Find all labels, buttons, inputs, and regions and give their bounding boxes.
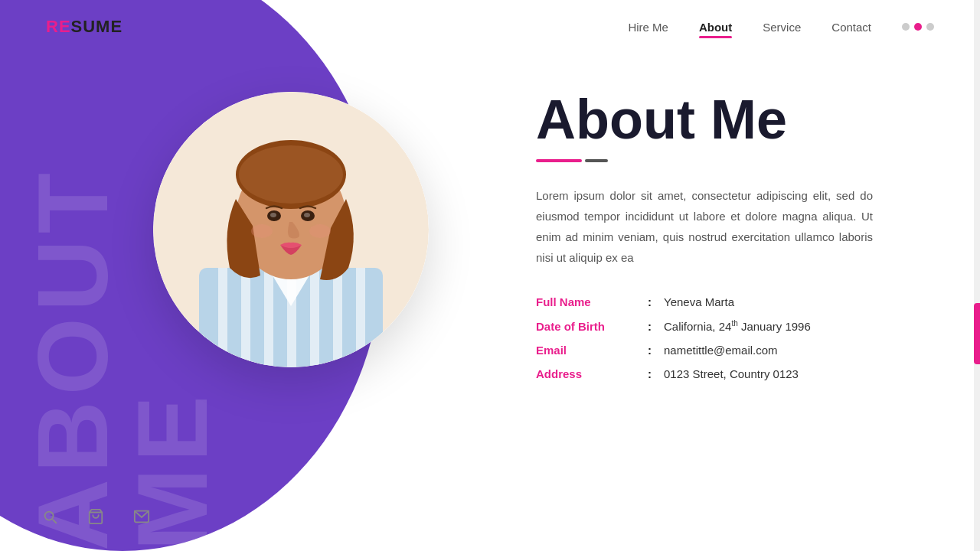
address-colon: :	[635, 367, 664, 380]
full-name-colon: :	[635, 295, 664, 308]
info-table: Full Name : Yeneva Marta Date of Birth :…	[536, 295, 957, 380]
svg-point-19	[309, 224, 331, 238]
scrollbar-thumb[interactable]	[974, 303, 980, 364]
header: RESUME Hire Me About Service Contact	[0, 0, 980, 54]
profile-circle	[153, 92, 429, 367]
address-label: Address	[536, 367, 635, 380]
svg-rect-4	[241, 268, 250, 367]
envelope-icon[interactable]	[130, 505, 153, 528]
about-description: Lorem ipsum dolor sit amet, consectetur …	[536, 185, 873, 268]
about-title: About Me	[536, 92, 957, 147]
scrollbar[interactable]	[974, 0, 980, 551]
nav-about[interactable]: About	[699, 21, 732, 34]
address-value: 0123 Street, Country 0123	[664, 367, 957, 380]
nav-contact[interactable]: Contact	[831, 21, 871, 34]
nav-hire-me[interactable]: Hire Me	[628, 21, 668, 34]
svg-rect-8	[333, 268, 342, 367]
dot-1	[902, 23, 910, 31]
nav-service[interactable]: Service	[763, 21, 801, 34]
email-label: Email	[536, 344, 635, 357]
full-name-value: Yeneva Marta	[664, 295, 957, 308]
svg-rect-5	[264, 268, 273, 367]
svg-rect-7	[310, 268, 319, 367]
dot-3	[926, 23, 934, 31]
email-value: nametittle@email.com	[664, 344, 957, 357]
full-name-label: Full Name	[536, 295, 635, 308]
nav-dots	[902, 23, 934, 31]
logo-sume: SUME	[71, 17, 123, 36]
logo-re: RE	[46, 17, 71, 36]
svg-point-18	[251, 224, 273, 238]
underline-pink	[536, 159, 582, 162]
dob-label: Date of Birth	[536, 320, 635, 333]
search-icon[interactable]	[38, 505, 61, 528]
svg-point-13	[239, 145, 343, 204]
main-content: About Me Lorem ipsum dolor sit amet, con…	[536, 92, 957, 380]
dob-colon: :	[635, 320, 664, 333]
dot-2	[914, 23, 922, 31]
bottom-icons	[38, 505, 153, 528]
shopping-icon[interactable]	[84, 505, 107, 528]
svg-point-16	[270, 213, 276, 217]
underline-dark	[585, 159, 608, 162]
dob-value: California, 24th January 1996	[664, 319, 957, 333]
title-underline	[536, 159, 957, 162]
portrait-svg	[153, 92, 429, 367]
email-colon: :	[635, 344, 664, 357]
svg-point-17	[304, 213, 310, 217]
logo[interactable]: RESUME	[46, 17, 122, 37]
navigation: Hire Me About Service Contact	[628, 21, 934, 34]
